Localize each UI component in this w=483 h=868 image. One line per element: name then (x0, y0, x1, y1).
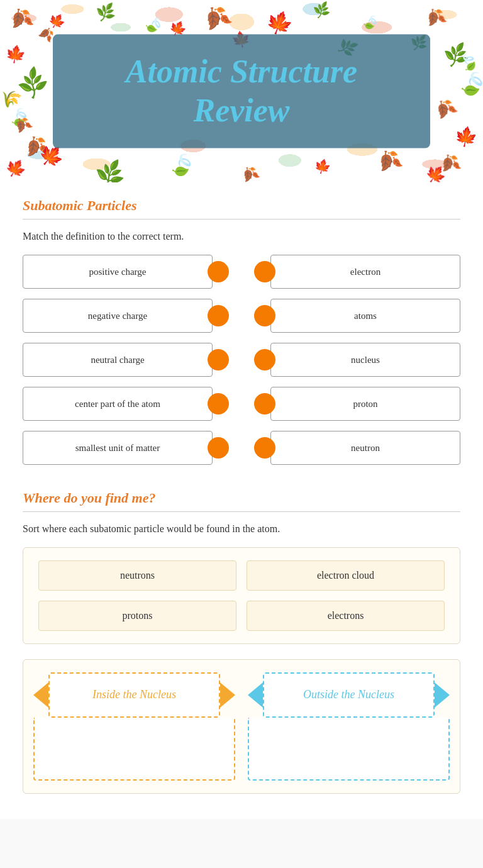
inside-nucleus-col: Inside the Nucleus (33, 672, 235, 781)
outside-arrow-right (435, 682, 450, 708)
match-box-atoms[interactable]: atoms (270, 299, 460, 333)
outside-nucleus-header-row: Outside the Nucleus (248, 672, 450, 718)
page-title: Atomic Structure Review (78, 52, 405, 131)
outside-arrow-left (248, 682, 263, 708)
match-right-2[interactable]: atoms (254, 299, 460, 333)
match-circle-right-2[interactable] (254, 305, 275, 326)
match-circle-left-4[interactable] (208, 393, 229, 415)
match-circle-right-5[interactable] (254, 437, 275, 459)
match-left-1[interactable]: positive charge (23, 255, 229, 289)
section-divider-1 (23, 219, 460, 220)
match-circle-left-1[interactable] (208, 261, 229, 282)
sort-chip-electrons[interactable]: electrons (247, 601, 445, 631)
sort-chip-neutrons[interactable]: neutrons (38, 560, 236, 591)
matching-grid: positive charge electron negative charge… (23, 255, 460, 465)
where-section: Where do you find me? Sort where each su… (23, 490, 460, 794)
match-box-electron[interactable]: electron (270, 255, 460, 289)
match-box-smallest-unit[interactable]: smallest unit of matter (23, 431, 213, 465)
match-box-center-part[interactable]: center part of the atom (23, 387, 213, 421)
title-box: Atomic Structure Review (53, 35, 430, 148)
match-left-2[interactable]: negative charge (23, 299, 229, 333)
inside-nucleus-label: Inside the Nucleus (48, 672, 220, 718)
match-box-neutron[interactable]: neutron (270, 431, 460, 465)
match-box-proton[interactable]: proton (270, 387, 460, 421)
match-box-positive-charge[interactable]: positive charge (23, 255, 213, 289)
match-circle-right-1[interactable] (254, 261, 275, 282)
match-circle-left-3[interactable] (208, 349, 229, 370)
subatomic-title: Subatomic Particles (23, 198, 460, 214)
match-circle-left-2[interactable] (208, 305, 229, 326)
main-content: Subatomic Particles Match the definition… (0, 182, 483, 819)
match-circle-right-4[interactable] (254, 393, 275, 415)
subatomic-instruction: Match the definition to the correct term… (23, 231, 460, 242)
match-box-neutral-charge[interactable]: neutral charge (23, 343, 213, 377)
sort-chip-protons[interactable]: protons (38, 601, 236, 631)
inside-drop-zone[interactable] (33, 718, 235, 781)
match-circle-right-3[interactable] (254, 349, 275, 370)
match-left-3[interactable]: neutral charge (23, 343, 229, 377)
section-divider-2 (23, 511, 460, 512)
header: 🍂🍁🌿🍃🍂🍁🌿🍃🍂🍁🌿🍃🍂🍁🌿🍃🍂🍁🍂🍁🌿🍃🍂🍁🍂🍁🍂🍁🌿🍃🌾🍂🍁🌿 Atomi… (0, 0, 483, 182)
match-circle-left-5[interactable] (208, 437, 229, 459)
outside-nucleus-col: Outside the Nucleus (248, 672, 450, 781)
match-box-negative-charge[interactable]: negative charge (23, 299, 213, 333)
subatomic-section: Subatomic Particles Match the definition… (23, 198, 460, 465)
match-right-4[interactable]: proton (254, 387, 460, 421)
match-right-1[interactable]: electron (254, 255, 460, 289)
match-left-5[interactable]: smallest unit of matter (23, 431, 229, 465)
outside-drop-zone[interactable] (248, 718, 450, 781)
inside-arrow-left (33, 682, 48, 708)
where-title: Where do you find me? (23, 490, 460, 506)
sort-chip-electron-cloud[interactable]: electron cloud (247, 560, 445, 591)
sort-bank: neutrons electron cloud protons electron… (23, 547, 460, 644)
inside-arrow-right (220, 682, 235, 708)
match-right-5[interactable]: neutron (254, 431, 460, 465)
outside-nucleus-label: Outside the Nucleus (263, 672, 435, 718)
match-right-3[interactable]: nucleus (254, 343, 460, 377)
inside-nucleus-header-row: Inside the Nucleus (33, 672, 235, 718)
where-instruction: Sort where each subatomic particle would… (23, 523, 460, 535)
nucleus-sort-area: Inside the Nucleus Outside the Nucleus (23, 659, 460, 794)
match-left-4[interactable]: center part of the atom (23, 387, 229, 421)
match-box-nucleus[interactable]: nucleus (270, 343, 460, 377)
